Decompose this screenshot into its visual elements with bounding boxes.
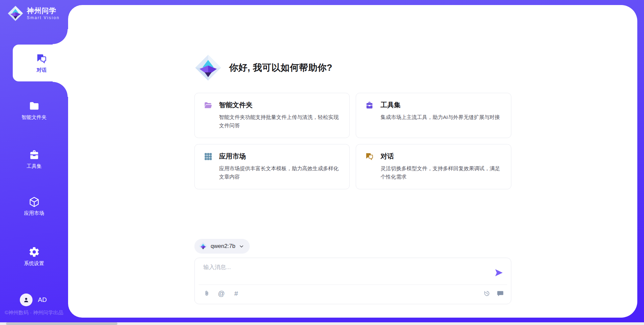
sidebar-item-settings[interactable]: 系统设置 (0, 246, 68, 267)
horizontal-scrollbar[interactable] (0, 322, 644, 325)
card-title: 智能文件夹 (219, 101, 253, 110)
chat-icon (36, 53, 47, 64)
composer-tools-right (483, 289, 504, 298)
history-icon[interactable] (483, 289, 491, 298)
card-title: 对话 (381, 152, 394, 161)
avatar (20, 294, 33, 306)
tab-fillet-bottom (53, 81, 68, 97)
sidebar-item-label: 应用市场 (24, 210, 44, 216)
send-icon[interactable] (494, 268, 503, 277)
sidebar-item-app-market[interactable]: 应用市场 (0, 196, 68, 216)
user-initials: AD (38, 296, 47, 304)
sidebar-item-label: 智能文件夹 (21, 114, 47, 121)
chevron-down-icon (239, 244, 245, 249)
gear-icon (29, 246, 40, 258)
brand: 神州问学 Smart Vision (7, 5, 60, 21)
user-account[interactable]: AD (20, 294, 47, 306)
brand-subtitle: Smart Vision (27, 15, 60, 20)
composer-tools-left: @ # (203, 289, 240, 298)
logo-diamond-icon (199, 242, 207, 251)
mention-icon[interactable]: @ (217, 289, 225, 298)
model-name: qwen2:7b (211, 243, 235, 250)
hashtag-icon[interactable]: # (232, 289, 240, 298)
card-title: 工具集 (381, 101, 401, 110)
card-smart-folder[interactable]: 智能文件夹 智能文件夹功能支持批量文件上传与清洗，轻松实现文件问答 (194, 93, 350, 138)
greeting-title: 你好, 我可以如何帮助你? (229, 62, 332, 74)
card-description: 应用市场提供丰富长文本模板，助力高效生成多样化文章内容 (219, 164, 341, 181)
sidebar-item-smart-folder[interactable]: 智能文件夹 (0, 100, 68, 121)
card-description: 集成市场上主流工具，助力AI与外界无缝扩展与对接 (381, 113, 502, 121)
sidebar-item-label: 系统设置 (24, 260, 44, 267)
logo-diamond-icon (194, 54, 222, 81)
brand-name: 神州问学 (27, 7, 60, 14)
greeting: 你好, 我可以如何帮助你? (194, 54, 332, 81)
main-content-area: 你好, 我可以如何帮助你? 智能文件夹 智能文件夹功能支持批量文件上传与清洗，轻… (68, 5, 637, 318)
chat-bubble-icon[interactable] (496, 289, 504, 298)
card-chat[interactable]: 对话 灵活切换多模型文件，支持多样回复效果调试，满足个性化需求 (356, 144, 512, 189)
card-toolset[interactable]: 工具集 集成市场上主流工具，助力AI与外界无缝扩展与对接 (356, 93, 512, 138)
model-selector[interactable]: qwen2:7b (194, 239, 250, 254)
logo-diamond-icon (7, 5, 23, 21)
sidebar-item-chat[interactable]: 对话 (13, 45, 70, 81)
tab-fillet-top (53, 29, 68, 45)
person-icon (22, 296, 30, 304)
feature-cards: 智能文件夹 智能文件夹功能支持批量文件上传与清洗，轻松实现文件问答 工具集 集成… (194, 93, 511, 189)
sidebar-item-toolset[interactable]: 工具集 (0, 149, 68, 170)
folder-icon (29, 100, 40, 112)
sidebar-item-label: 工具集 (26, 163, 42, 170)
card-app-market[interactable]: 应用市场 应用市场提供丰富长文本模板，助力高效生成多样化文章内容 (194, 144, 350, 189)
toolbox-icon (29, 149, 40, 160)
message-input[interactable] (203, 263, 485, 283)
message-composer: @ # (194, 258, 511, 304)
chat-icon (365, 152, 374, 161)
horizontal-scrollbar-thumb[interactable] (6, 322, 117, 325)
sidebar-item-label: 对话 (37, 67, 47, 73)
apps-grid-icon (204, 152, 212, 161)
copyright-footer: ©神州数码 · 神州问学出品 (5, 310, 63, 316)
card-description: 灵活切换多模型文件，支持多样回复效果调试，满足个性化需求 (381, 164, 502, 181)
composer-divider (199, 284, 507, 285)
card-title: 应用市场 (219, 152, 246, 161)
folder-open-icon (204, 101, 212, 110)
paperclip-icon[interactable] (203, 289, 211, 298)
cube-icon (29, 196, 40, 207)
card-description: 智能文件夹功能支持批量文件上传与清洗，轻松实现文件问答 (219, 113, 341, 130)
toolbox-icon (365, 101, 374, 110)
